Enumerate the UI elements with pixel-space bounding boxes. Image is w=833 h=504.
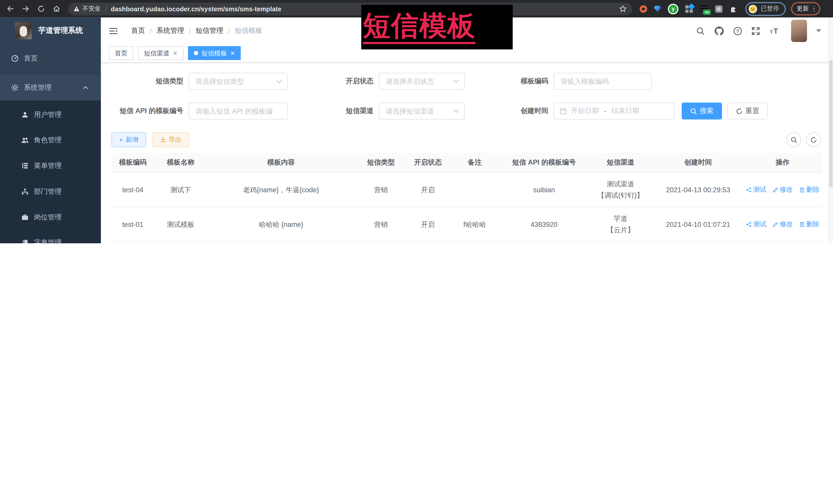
sidebar-submenu-system: 用户管理 角色管理 菜单管理 部门管理 [0,100,101,243]
sidebar-item-dict-management[interactable]: 字典管理 [0,230,101,243]
security-indicator[interactable]: 不安全 [73,5,101,13]
filter-label-code: 模板编码 [497,76,548,86]
sms-type-select[interactable] [189,73,288,90]
close-icon[interactable]: ✕ [230,50,235,57]
annotation-title: 短信模板 [363,10,475,44]
toggle-search-button[interactable] [786,132,801,147]
sidebar-menu: 首页 系统管理 用户管理 角色管理 [0,44,101,243]
tab-sms-channel[interactable]: 短信渠道 ✕ [138,46,184,60]
annotation-overlay: 短信模板 [361,5,513,49]
sidebar-item-user-management[interactable]: 用户管理 [0,102,101,127]
sidebar-item-dept-management[interactable]: 部门管理 [0,178,101,205]
extension-grid-icon[interactable] [685,5,693,13]
scrollbar-thumb[interactable] [829,60,832,187]
add-button[interactable]: + 新增 [112,132,146,147]
close-icon[interactable]: ✕ [172,50,177,57]
pencil-icon [772,221,778,227]
warning-icon [73,6,80,12]
test-action[interactable]: 测试 [745,219,766,230]
tab-sms-template[interactable]: 短信模板 ✕ [188,46,241,60]
share-icon [745,187,752,193]
api-template-id-input[interactable] [194,106,282,115]
edit-action[interactable]: 修改 [772,219,793,230]
fullscreen-icon[interactable] [751,26,760,35]
filter-label-api-id: 短信 API 的模板编号 [112,106,183,116]
calendar-icon [560,107,567,115]
delete-action[interactable]: 删除 [799,184,820,195]
channel-select[interactable] [379,102,465,119]
forward-icon[interactable] [22,5,30,13]
extension-donut-icon[interactable] [640,5,647,13]
page-scrollbar[interactable] [828,18,833,243]
breadcrumb-home[interactable]: 首页 [131,26,145,35]
user-avatar[interactable] [791,20,807,42]
org-chart-icon [21,188,29,195]
edit-action[interactable]: 修改 [772,184,793,195]
back-icon[interactable] [6,5,14,13]
extension-list-icon[interactable]: on [700,5,708,13]
app-logo-image [15,22,32,39]
reload-icon[interactable] [37,5,45,13]
refresh-icon [736,108,743,115]
status-select[interactable] [379,73,465,90]
extension-on-badge: on [703,9,711,15]
chevron-down-icon [453,109,459,113]
dashboard-icon [11,55,19,62]
extension-gem-icon[interactable] [654,6,661,12]
sidebar-item-system-management[interactable]: 系统管理 [0,75,101,100]
search-icon [690,108,697,115]
search-button[interactable]: 搜索 [682,102,722,119]
chevron-down-icon [277,79,282,83]
sidebar-logo[interactable]: 芋道管理系统 [0,18,101,44]
sidebar-item-home[interactable]: 首页 [0,46,101,71]
export-button[interactable]: 导出 [152,132,189,147]
user-icon [21,111,29,118]
breadcrumb-sms[interactable]: 短信管理 [196,26,223,35]
date-range-picker[interactable]: 开始日期 - 结束日期 [553,102,674,119]
download-icon [160,137,166,143]
filter-label-sms-type: 短信类型 [112,76,183,86]
breadcrumb-system[interactable]: 系统管理 [157,26,184,35]
font-size-icon[interactable]: TT [769,27,780,35]
sidebar-item-menu-management[interactable]: 菜单管理 [0,153,101,178]
extension-y-icon[interactable]: y [668,3,679,14]
extension-monkey-icon[interactable] [715,5,722,13]
security-label: 不安全 [82,5,100,13]
api-template-id-field[interactable] [189,102,288,119]
url-bar[interactable]: 不安全 dashboard.yudao.iocoder.cn/system/sm… [68,2,632,15]
extensions-row: y on [640,3,738,14]
status-input[interactable] [385,77,450,86]
sms-type-input[interactable] [194,77,273,86]
test-action[interactable]: 测试 [745,184,766,195]
date-start-placeholder[interactable]: 开始日期 [571,106,599,116]
template-code-input[interactable] [560,77,646,86]
filter-label-create-time: 创建时间 [497,106,548,116]
sidebar-collapse-icon[interactable] [109,27,118,35]
home-icon[interactable] [52,5,61,13]
channel-input[interactable] [385,106,450,115]
github-icon[interactable] [714,26,724,36]
table-row: test_02 公告通知 您的验证码{code}，该验证码5分钟内有效，请勿泄漏… [112,241,823,243]
tab-home[interactable]: 首页 [109,46,133,60]
sidebar-item-post-management[interactable]: 岗位管理 [0,205,101,230]
reset-button[interactable]: 重置 [728,102,768,119]
bookmark-star-icon[interactable] [619,5,627,13]
screenshot-root: 不安全 dashboard.yudao.iocoder.cn/system/sm… [0,0,833,243]
puzzle-icon[interactable] [730,5,738,13]
help-icon[interactable]: ? [733,26,742,35]
chevron-up-icon [83,86,88,89]
user-menu-caret-icon[interactable] [816,29,822,32]
browser-menu-icon[interactable] [813,6,814,12]
browser-update-button[interactable]: 更新 [791,2,820,16]
plus-icon: + [119,136,123,143]
active-dot-icon [194,51,198,55]
browser-profile-chip[interactable]: 已暂停 [745,2,785,16]
sidebar-item-role-management[interactable]: 角色管理 [0,127,101,153]
table-row: test-01 测试模板 哈哈哈 {name} 营销 开启 f哈哈哈 43839… [112,207,823,241]
trash-icon [799,187,805,193]
refresh-table-button[interactable] [806,132,821,147]
delete-action[interactable]: 删除 [799,219,820,230]
header-search-icon[interactable] [696,26,705,35]
template-code-field[interactable] [553,73,652,90]
date-end-placeholder[interactable]: 结束日期 [612,106,639,116]
